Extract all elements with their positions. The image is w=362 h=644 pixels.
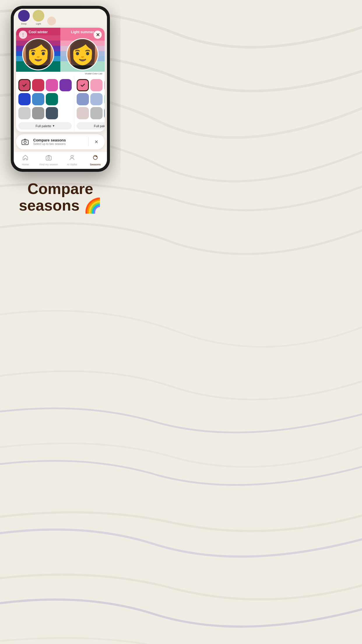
right-swatch-row-3 (77, 107, 105, 119)
ai-stylist-icon (69, 154, 75, 162)
tab-find-my-season[interactable]: Find my season (37, 154, 60, 166)
season-circle-light (33, 10, 44, 22)
home-icon (22, 154, 29, 162)
left-swatch-2-3[interactable] (46, 93, 58, 105)
season-bubble-deep[interactable]: Deep (18, 10, 30, 25)
left-chevron-icon: ▾ (53, 124, 55, 128)
svg-rect-3 (46, 156, 51, 160)
svg-point-4 (48, 157, 50, 159)
swatches-row: Full palette ▾ (16, 76, 105, 132)
right-swatch-3-2[interactable] (90, 107, 103, 119)
tab-ai-stylist-label: AI Stylist (67, 163, 77, 166)
left-swatch-1-2[interactable] (32, 79, 44, 91)
right-swatch-row-2 (77, 93, 105, 105)
svg-point-5 (71, 155, 73, 158)
tab-ai-stylist[interactable]: AI Stylist (60, 154, 84, 166)
season-label-light: Light (36, 22, 41, 25)
right-swatches-section: Full palette ▾ (74, 76, 105, 132)
right-swatch-3-3[interactable] (104, 107, 105, 119)
left-portrait-img (23, 39, 53, 69)
right-full-palette-label: Full palette (94, 124, 105, 128)
tab-find-season-label: Find my season (39, 163, 58, 166)
season-label-deep: Deep (21, 22, 27, 25)
ai-stylist-svg (69, 154, 75, 161)
left-portrait (22, 38, 54, 70)
menu-button[interactable]: ⋮ (19, 31, 27, 39)
right-swatch-1-1[interactable] (77, 79, 89, 91)
seasons-scroll-area: Deep Light (14, 9, 107, 28)
tab-seasons-label: Seasons (90, 163, 101, 166)
compare-title: Compare seasons (33, 138, 85, 142)
left-swatch-2-2[interactable] (32, 93, 44, 105)
season-circle-partial1 (47, 17, 56, 25)
right-swatch-1-2[interactable] (90, 79, 103, 91)
svg-point-2 (24, 141, 26, 144)
card-header: Cool winter Light summer (16, 28, 105, 35)
right-photo-section (60, 35, 105, 72)
camera-icon (20, 137, 30, 146)
svg-point-8 (96, 156, 97, 157)
tab-bar: Home Find my season (14, 152, 107, 169)
right-swatch-3-1[interactable] (77, 107, 89, 119)
left-swatch-3-2[interactable] (32, 107, 44, 119)
right-portrait-container (60, 35, 105, 72)
left-swatch-1-1[interactable] (18, 79, 31, 91)
compare-text-wrap: Compare seasons Select up to two seasons (33, 138, 85, 146)
left-swatch-3-3[interactable] (46, 107, 58, 119)
compare-line2-text: seasons (19, 197, 80, 214)
left-swatch-3-1[interactable] (18, 107, 31, 119)
compare-subtitle: Select up to two seasons (33, 142, 85, 146)
bottom-text-section: Compare seasons 🌈 (10, 172, 111, 225)
rainbow-icon: 🌈 (84, 198, 102, 214)
comparison-card: ⋮ ✕ Cool winter Light summer (16, 28, 105, 132)
left-swatch-1-4[interactable] (59, 79, 72, 91)
compare-close-button[interactable]: ✕ (92, 138, 100, 146)
tab-home[interactable]: Home (14, 154, 37, 166)
seasons-svg (92, 154, 99, 161)
find-season-svg (45, 154, 52, 161)
left-swatch-2-1[interactable] (18, 93, 31, 105)
left-full-palette-button[interactable]: Full palette ▾ (18, 122, 72, 130)
compare-bar: Compare seasons Select up to two seasons… (16, 134, 105, 149)
close-button[interactable]: ✕ (94, 31, 102, 39)
tab-home-label: Home (22, 163, 29, 166)
phone-frame: Deep Light ⋮ ✕ Cool winter (11, 6, 110, 172)
left-swatches-section: Full palette ▾ (16, 76, 74, 132)
left-swatch-1-3[interactable] (46, 79, 58, 91)
phone-screen: Deep Light ⋮ ✕ Cool winter (14, 9, 107, 169)
left-swatch-row-2 (18, 93, 72, 105)
right-swatch-2-1[interactable] (77, 93, 89, 105)
right-check-icon (80, 83, 85, 88)
left-swatch-row-3 (18, 107, 72, 119)
check-icon (22, 83, 27, 88)
season-circle-deep (18, 10, 30, 22)
right-portrait (66, 38, 99, 70)
left-portrait-container (16, 35, 60, 72)
compare-big-text-line1: Compare (19, 181, 102, 197)
photos-row (16, 35, 105, 72)
left-swatch-grid (18, 79, 72, 119)
home-svg (22, 154, 29, 161)
right-swatch-1-3[interactable] (104, 79, 105, 91)
left-photo-section (16, 35, 60, 72)
divider-line (88, 137, 89, 146)
left-full-palette-label: Full palette (36, 124, 51, 128)
camera-svg (22, 139, 29, 145)
svg-rect-1 (22, 140, 28, 145)
find-season-icon (45, 154, 52, 162)
compare-big-text-line2: seasons 🌈 (19, 197, 102, 214)
right-swatch-row-1 (77, 79, 105, 91)
right-swatch-grid (77, 79, 105, 119)
season-bubble-light[interactable]: Light (33, 10, 44, 25)
season-bubble-partial1 (47, 17, 56, 25)
tab-seasons[interactable]: Seasons (84, 154, 107, 166)
left-swatch-row-1 (18, 79, 72, 91)
right-swatch-2-2[interactable] (90, 93, 103, 105)
right-swatch-2-3[interactable] (104, 93, 105, 105)
watermark: Vivaldi Color Lab (16, 72, 105, 76)
right-portrait-img (67, 39, 98, 69)
right-full-palette-button[interactable]: Full palette ▾ (77, 122, 105, 130)
seasons-icon (92, 154, 99, 162)
